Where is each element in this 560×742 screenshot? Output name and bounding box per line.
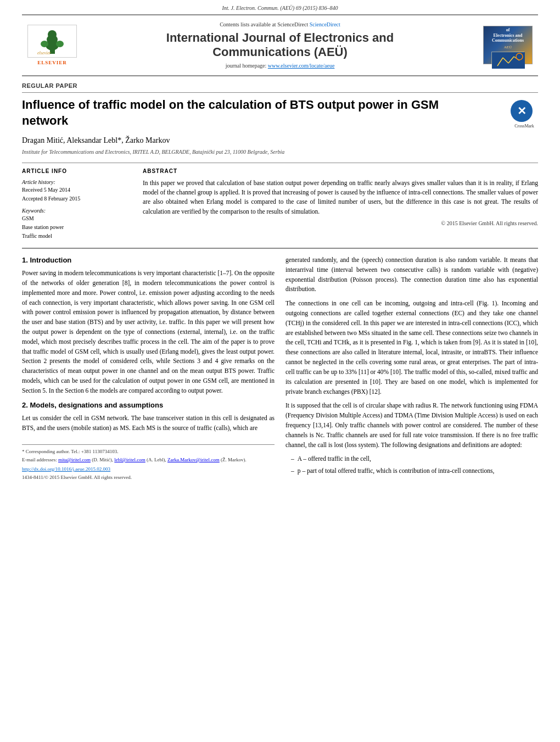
- cover-graphic-icon: [492, 52, 525, 69]
- sciencedirect-link[interactable]: ScienceDirect: [310, 21, 340, 27]
- journal-cover-image: International Journal ofElectronics andC…: [478, 26, 538, 64]
- right-column: generated randomly, and the (speech) con…: [285, 255, 538, 483]
- bullet-item-p: – p – part of total offered traffic, whi…: [291, 466, 538, 476]
- keywords-label: Keywords:: [22, 207, 132, 215]
- journal-cover: International Journal ofElectronics andC…: [483, 26, 533, 64]
- models-paragraph-1: Let us consider the cell in GSM network.…: [22, 414, 275, 433]
- abstract-heading: ABSTRACT: [143, 168, 538, 175]
- elsevier-brand: ELSEVIER: [37, 59, 67, 66]
- elsevier-tree-icon: elsevier: [35, 27, 70, 55]
- section2-heading: 2. Models, designations and assumptions: [22, 400, 275, 410]
- definitions-list: – A – offered traffic in the cell, – p –…: [285, 454, 538, 476]
- history-label: Article history:: [22, 178, 132, 186]
- email-note: E-mail addresses: mita@iritel.com (D. Mi…: [22, 456, 275, 464]
- svg-point-4: [41, 41, 48, 47]
- corresponding-author-note: * Corresponding author. Tel.: +381 11307…: [22, 448, 275, 455]
- abstract-panel: ABSTRACT In this paper we proved that ca…: [143, 168, 538, 241]
- contents-available: Contents lists available at ScienceDirec…: [91, 21, 469, 29]
- svg-rect-7: [492, 52, 525, 69]
- keyword-bsp: Base station power: [22, 224, 132, 231]
- svg-text:elsevier: elsevier: [37, 51, 52, 55]
- email-link-3[interactable]: Zarka.Markov@iritel.com: [167, 457, 220, 462]
- email-link-1[interactable]: mita@iritel.com: [58, 457, 91, 462]
- accepted-date: Accepted 8 February 2015: [22, 195, 132, 203]
- journal-reference: Int. J. Electron. Commun. (AEÜ) 69 (2015…: [22, 0, 538, 14]
- email-link-2[interactable]: lebl@iritel.com: [114, 457, 145, 462]
- intro-paragraph-4: It is supposed that the cell is of circu…: [285, 401, 538, 450]
- received-date: Received 5 May 2014: [22, 186, 132, 194]
- svg-point-5: [56, 41, 64, 47]
- article-info-abstract: ARTICLE INFO Article history: Received 5…: [22, 163, 538, 241]
- article-info-heading: ARTICLE INFO: [22, 168, 132, 175]
- keyword-gsm: GSM: [22, 215, 132, 222]
- intro-paragraph-3: The connections in one cell can be incom…: [285, 299, 538, 397]
- page-footer: * Corresponding author. Tel.: +381 11307…: [22, 444, 275, 481]
- copyright-notice: © 2015 Elsevier GmbH. All rights reserve…: [143, 220, 538, 227]
- main-content: 1. Introduction Power saving in modern t…: [22, 248, 538, 483]
- bullet-item-A: – A – offered traffic in the cell,: [291, 454, 538, 464]
- title-row: Influence of traffic model on the calcul…: [22, 97, 538, 135]
- crossmark-widget[interactable]: ✕ CrossMark: [511, 100, 538, 127]
- issn-line: 1434-8411/© 2015 Elsevier GmbH. All righ…: [22, 474, 275, 481]
- section1-heading: 1. Introduction: [22, 255, 275, 265]
- intro-paragraph-1: Power saving in modern telecommunication…: [22, 269, 275, 396]
- svg-point-3: [48, 30, 57, 39]
- journal-homepage: journal homepage: www.elsevier.com/locat…: [91, 62, 469, 70]
- doi-link[interactable]: http://dx.doi.org/10.1016/j.aeue.2015.02…: [22, 466, 110, 472]
- journal-info-center: Contents lists available at ScienceDirec…: [82, 21, 478, 70]
- abstract-text: In this paper we proved that calculation…: [143, 178, 538, 216]
- crossmark-circle: ✕: [511, 100, 533, 122]
- crossmark-icon: ✕: [517, 103, 527, 119]
- homepage-link[interactable]: www.elsevier.com/locate/aeue: [268, 63, 335, 69]
- journal-header: elsevier ELSEVIER Contents lists availab…: [22, 14, 538, 76]
- keyword-traffic: Traffic model: [22, 232, 132, 240]
- paper-type-label: REGULAR PAPER: [22, 82, 538, 93]
- intro-paragraph-2: generated randomly, and the (speech) con…: [285, 255, 538, 294]
- journal-title: International Journal of Electronics and…: [91, 31, 469, 60]
- crossmark-label: CrossMark: [511, 123, 538, 129]
- elsevier-logo: elsevier ELSEVIER: [22, 25, 82, 66]
- article-info-panel: ARTICLE INFO Article history: Received 5…: [22, 168, 132, 241]
- authors-line: Dragan Mitić, Aleksandar Lebl*, Žarko Ma…: [22, 135, 538, 146]
- article-title: Influence of traffic model on the calcul…: [22, 97, 472, 129]
- author-affiliation: Institute for Telecommunications and Ele…: [22, 148, 538, 156]
- left-column: 1. Introduction Power saving in modern t…: [22, 255, 275, 483]
